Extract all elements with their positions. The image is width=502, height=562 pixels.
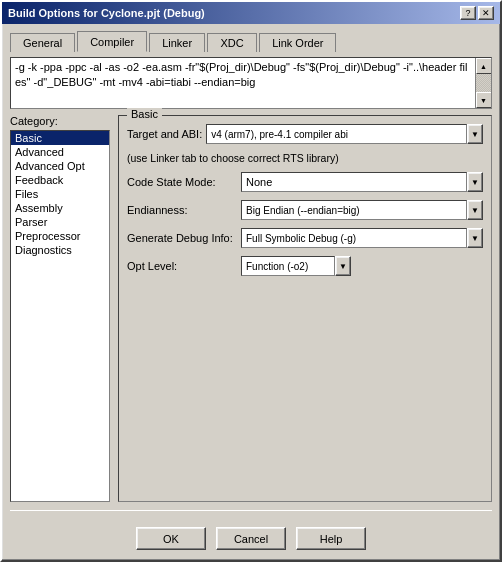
opt-level-row: Opt Level: Function (-o2) ▼: [127, 256, 483, 276]
main-window: Build Options for Cyclone.pjt (Debug) ? …: [0, 0, 502, 562]
tab-xdc[interactable]: XDC: [207, 33, 257, 52]
category-item-basic[interactable]: Basic: [11, 131, 109, 145]
target-abi-row: Target and ABI: v4 (arm7), pre-4.1 compi…: [127, 124, 483, 144]
bottom-separator: [10, 510, 492, 511]
category-item-advanced[interactable]: Advanced: [11, 145, 109, 159]
endianness-dropdown-btn[interactable]: ▼: [467, 200, 483, 220]
category-item-feedback[interactable]: Feedback: [11, 173, 109, 187]
category-item-diagnostics[interactable]: Diagnostics: [11, 243, 109, 257]
category-item-advanced-opt[interactable]: Advanced Opt: [11, 159, 109, 173]
code-state-dropdown-btn[interactable]: ▼: [467, 172, 483, 192]
bottom-bar: OK Cancel Help: [10, 519, 492, 554]
target-abi-label: Target and ABI:: [127, 128, 202, 140]
opt-level-dropdown-btn[interactable]: ▼: [335, 256, 351, 276]
close-title-button[interactable]: ✕: [478, 6, 494, 20]
code-state-label: Code State Mode:: [127, 176, 237, 188]
code-state-value[interactable]: None: [241, 172, 467, 192]
scroll-down-arrow[interactable]: ▼: [476, 92, 492, 108]
category-item-parser[interactable]: Parser: [11, 215, 109, 229]
tab-link-order[interactable]: Link Order: [259, 33, 336, 52]
help-title-button[interactable]: ?: [460, 6, 476, 20]
title-bar: Build Options for Cyclone.pjt (Debug) ? …: [2, 2, 500, 24]
tab-linker[interactable]: Linker: [149, 33, 205, 52]
category-item-files[interactable]: Files: [11, 187, 109, 201]
cmdline-text: -g -k -ppa -ppc -al -as -o2 -ea.asm -fr"…: [11, 58, 475, 93]
ok-button[interactable]: OK: [136, 527, 206, 550]
cancel-button[interactable]: Cancel: [216, 527, 286, 550]
opt-level-label: Opt Level:: [127, 260, 237, 272]
window-body: General Compiler Linker XDC Link Order -…: [2, 24, 500, 560]
category-item-preprocessor[interactable]: Preprocessor: [11, 229, 109, 243]
category-list: Basic Advanced Advanced Opt Feedback Fil…: [10, 130, 110, 502]
help-button[interactable]: Help: [296, 527, 366, 550]
target-abi-dropdown-btn[interactable]: ▼: [467, 124, 483, 144]
category-label: Category:: [10, 115, 110, 127]
cmdline-area: -g -k -ppa -ppc -al -as -o2 -ea.asm -fr"…: [10, 57, 492, 109]
main-content: Category: Basic Advanced Advanced Opt Fe…: [10, 115, 492, 502]
opt-level-value[interactable]: Function (-o2): [241, 256, 335, 276]
category-item-assembly[interactable]: Assembly: [11, 201, 109, 215]
code-state-combo: None ▼: [241, 172, 483, 192]
debug-info-label: Generate Debug Info:: [127, 232, 237, 244]
category-panel: Category: Basic Advanced Advanced Opt Fe…: [10, 115, 110, 502]
window-title: Build Options for Cyclone.pjt (Debug): [8, 7, 205, 19]
scroll-track: [476, 74, 492, 92]
target-abi-value[interactable]: v4 (arm7), pre-4.1 compiler abi: [206, 124, 467, 144]
options-panel: Basic Target and ABI: v4 (arm7), pre-4.1…: [118, 115, 492, 502]
endianness-label: Endianness:: [127, 204, 237, 216]
cmdline-scrollbar: ▲ ▼: [475, 58, 491, 108]
scroll-up-arrow[interactable]: ▲: [476, 58, 492, 74]
tab-bar: General Compiler Linker XDC Link Order: [10, 30, 492, 51]
debug-info-dropdown-btn[interactable]: ▼: [467, 228, 483, 248]
tab-compiler[interactable]: Compiler: [77, 31, 147, 52]
tab-general[interactable]: General: [10, 33, 75, 52]
linker-note: (use Linker tab to choose correct RTS li…: [127, 152, 483, 164]
debug-info-row: Generate Debug Info: Full Symbolic Debug…: [127, 228, 483, 248]
options-legend: Basic: [127, 108, 162, 120]
endianness-row: Endianness: Big Endian (--endian=big) ▼: [127, 200, 483, 220]
code-state-row: Code State Mode: None ▼: [127, 172, 483, 192]
debug-info-combo: Full Symbolic Debug (-g) ▼: [241, 228, 483, 248]
endianness-value[interactable]: Big Endian (--endian=big): [241, 200, 467, 220]
target-abi-combo: v4 (arm7), pre-4.1 compiler abi ▼: [206, 124, 483, 144]
endianness-combo: Big Endian (--endian=big) ▼: [241, 200, 483, 220]
opt-level-combo: Function (-o2) ▼: [241, 256, 351, 276]
debug-info-value[interactable]: Full Symbolic Debug (-g): [241, 228, 467, 248]
title-bar-buttons: ? ✕: [460, 6, 494, 20]
